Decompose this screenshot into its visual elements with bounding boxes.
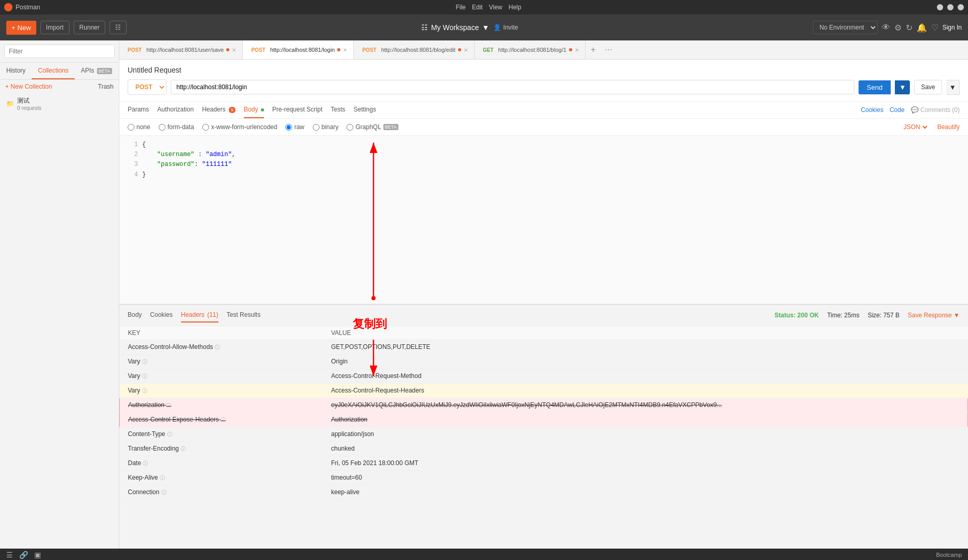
tab-close-1[interactable]: ✕	[343, 47, 347, 53]
bottom-icon-2[interactable]: 🔗	[19, 551, 28, 559]
import-button[interactable]: Import	[40, 21, 70, 34]
more-tabs-button[interactable]: ⋯	[601, 46, 616, 54]
bootcamp-label[interactable]: Bootcamp	[936, 552, 962, 558]
close-button[interactable]	[958, 4, 964, 10]
info-icon[interactable]: ⓘ	[160, 475, 165, 481]
sync-icon[interactable]: ↻	[906, 23, 912, 33]
eye-icon[interactable]: 👁	[882, 23, 890, 32]
info-icon[interactable]: ⓘ	[215, 344, 220, 350]
code-link[interactable]: Code	[890, 106, 905, 114]
res-tab-cookies[interactable]: Cookies	[150, 308, 172, 323]
req-tab-authorization[interactable]: Authorization	[157, 102, 193, 118]
sidebar-tabs: History Collections APIs BETA	[0, 63, 119, 80]
workspace-button[interactable]: ☷ My Workspace ▼	[421, 23, 489, 32]
request-tab-3[interactable]: GET http://localhost:8081/blog/1 ✕	[475, 40, 586, 59]
minimize-button[interactable]	[937, 4, 943, 10]
method-select[interactable]: POST	[128, 79, 167, 95]
environment-select[interactable]: No Environment	[813, 21, 878, 34]
option-urlencoded[interactable]: x-www-form-urlencoded	[202, 123, 277, 131]
comments-link[interactable]: 💬 Comments (0)	[911, 106, 960, 114]
option-none[interactable]: none	[128, 123, 150, 131]
save-response-button[interactable]: Save Response ▼	[908, 312, 960, 319]
radio-binary[interactable]	[313, 124, 320, 131]
beautify-button[interactable]: Beautify	[937, 123, 960, 131]
bottom-icon-3[interactable]: ▣	[34, 551, 41, 559]
add-tab-button[interactable]: +	[586, 45, 601, 54]
radio-urlencoded[interactable]	[202, 124, 209, 131]
option-form-data[interactable]: form-data	[159, 123, 194, 131]
radio-none[interactable]	[128, 124, 134, 131]
trash-button[interactable]: Trash	[98, 83, 114, 90]
option-binary[interactable]: binary	[313, 123, 339, 131]
tab-collections[interactable]: Collections	[32, 63, 75, 79]
res-tab-body[interactable]: Body	[128, 308, 142, 323]
menu-file[interactable]: File	[455, 4, 465, 11]
radio-form-data[interactable]	[159, 124, 165, 131]
menu-help[interactable]: Help	[508, 4, 521, 11]
menu-view[interactable]: View	[489, 4, 502, 11]
value-cell: Authorization	[323, 412, 967, 427]
info-icon[interactable]: ⓘ	[161, 489, 167, 495]
cookies-link[interactable]: Cookies	[861, 106, 883, 114]
json-format-select[interactable]: JSON	[902, 123, 929, 131]
tab-close-0[interactable]: ✕	[232, 47, 236, 53]
info-icon[interactable]: ⓘ	[142, 373, 147, 379]
more-button[interactable]: ☷	[109, 21, 127, 34]
info-icon[interactable]: ⓘ	[181, 446, 186, 452]
value-cell: timeout=60	[323, 470, 967, 485]
req-tab-settings[interactable]: Settings	[354, 102, 376, 118]
req-tab-headers[interactable]: Headers 9	[202, 102, 236, 118]
sign-in-button[interactable]: Sign In	[943, 24, 962, 31]
menu-edit[interactable]: Edit	[472, 4, 483, 11]
info-icon[interactable]: ⓘ	[166, 402, 171, 408]
tab-close-3[interactable]: ✕	[575, 47, 579, 53]
send-dropdown-button[interactable]: ▼	[895, 80, 910, 94]
runner-button[interactable]: Runner	[74, 21, 105, 34]
info-icon[interactable]: ⓘ	[142, 388, 147, 394]
window-controls	[937, 4, 964, 10]
body-dot	[261, 108, 264, 111]
option-graphql[interactable]: GraphQL BETA	[347, 123, 398, 131]
new-button[interactable]: + New	[6, 21, 36, 35]
save-button[interactable]: Save	[914, 80, 942, 94]
request-tab-0[interactable]: POST http://localhost:8081/user/save ✕	[119, 40, 243, 59]
res-tab-test-results[interactable]: Test Results	[227, 308, 260, 323]
request-tab-actions: Cookies Code 💬 Comments (0)	[861, 106, 960, 114]
info-icon[interactable]: ⓘ	[143, 460, 148, 466]
request-tab-1[interactable]: POST http://localhost:8081/login ✕	[243, 40, 354, 59]
req-tab-pre-request[interactable]: Pre-request Script	[272, 102, 323, 118]
tab-history[interactable]: History	[0, 63, 32, 79]
bottom-icon-1[interactable]: ☰	[6, 551, 13, 559]
req-tab-params[interactable]: Params	[128, 102, 149, 118]
code-editor: 1 { 2 "username" : "admin", 3 "password"…	[119, 135, 968, 304]
settings-icon[interactable]: ⚙	[894, 23, 902, 33]
save-dropdown-button[interactable]: ▼	[946, 80, 960, 95]
info-icon[interactable]: ⓘ	[142, 359, 147, 365]
request-tab-2[interactable]: POST http://localhost:8081/blog/edit ✕	[354, 40, 474, 59]
collection-item[interactable]: 📁 测试 0 requests	[0, 93, 119, 114]
option-raw[interactable]: raw	[285, 123, 304, 131]
restore-button[interactable]	[947, 4, 953, 10]
heart-icon[interactable]: ♡	[931, 23, 938, 33]
radio-raw[interactable]	[285, 124, 292, 131]
req-tab-tests[interactable]: Tests	[331, 102, 345, 118]
new-collection-button[interactable]: + New Collection	[5, 83, 52, 90]
invite-button[interactable]: 👤 Invite	[493, 24, 518, 31]
value-cell: eyJ0eXAiOiJKV1QiLCJhbGciOiJIUzUxMiJ9.eyJ…	[323, 398, 967, 412]
info-icon[interactable]: ⓘ	[220, 417, 226, 423]
send-button[interactable]: Send	[859, 80, 891, 94]
url-input[interactable]	[171, 80, 854, 94]
search-input[interactable]	[4, 45, 115, 58]
col-key-header: KEY	[120, 326, 323, 340]
req-tab-body[interactable]: Body	[244, 102, 264, 118]
tab-close-2[interactable]: ✕	[464, 47, 468, 53]
tab-apis[interactable]: APIs BETA	[75, 63, 118, 79]
radio-graphql[interactable]	[347, 124, 353, 131]
notification-icon[interactable]: 🔔	[917, 23, 927, 33]
res-tab-headers[interactable]: Headers (11)	[181, 308, 218, 323]
body-options: none form-data x-www-form-urlencoded raw	[119, 119, 968, 135]
info-icon[interactable]: ⓘ	[167, 431, 172, 437]
tab-dot-0	[226, 48, 229, 51]
sidebar: History Collections APIs BETA + New Coll…	[0, 40, 119, 549]
tab-url-1: http://localhost:8081/login	[270, 47, 335, 53]
